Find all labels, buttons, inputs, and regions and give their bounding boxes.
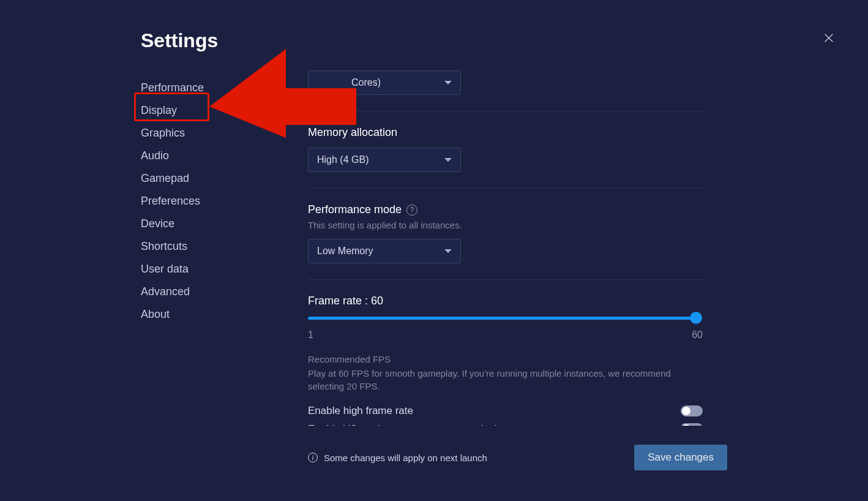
sidebar-item-advanced[interactable]: Advanced xyxy=(141,281,251,303)
cpu-allocation-section: CPU allocation Cores) xyxy=(308,70,706,111)
slider-thumb[interactable] xyxy=(690,312,702,324)
help-icon[interactable]: ? xyxy=(406,205,417,216)
slider-track xyxy=(308,317,700,320)
enable-vsync-toggle[interactable] xyxy=(681,423,703,426)
sidebar-item-device[interactable]: Device xyxy=(141,213,251,235)
sidebar-item-performance[interactable]: Performance xyxy=(141,77,251,99)
frame-rate-section: Frame rate : 60 1 60 Recommended FPS Pla… xyxy=(308,295,706,426)
sidebar-item-graphics[interactable]: Graphics xyxy=(141,122,251,145)
frame-rate-value: 60 xyxy=(371,295,383,307)
performance-mode-label-text: Performance mode xyxy=(308,203,402,216)
performance-mode-section: Performance mode ? This setting is appli… xyxy=(308,203,706,280)
enable-high-frame-rate-toggle[interactable] xyxy=(681,405,703,416)
performance-mode-sublabel: This setting is applied to all instances… xyxy=(308,220,706,230)
sidebar-item-gamepad[interactable]: Gamepad xyxy=(141,167,251,190)
performance-mode-value: Low Memory xyxy=(317,246,373,257)
sidebar-item-about[interactable]: About xyxy=(141,303,251,326)
memory-allocation-section: Memory allocation High (4 GB) xyxy=(308,126,706,189)
sidebar-item-display[interactable]: Display xyxy=(141,99,251,122)
enable-high-frame-rate-label: Enable high frame rate xyxy=(308,405,413,417)
slider-min-label: 1 xyxy=(308,330,313,341)
footer-note: Some changes will apply on next launch xyxy=(324,453,487,463)
performance-mode-dropdown[interactable]: Low Memory xyxy=(308,239,461,263)
frame-rate-label-prefix: Frame rate : xyxy=(308,295,371,307)
settings-footer: i Some changes will apply on next launch… xyxy=(308,445,727,470)
sidebar-item-audio[interactable]: Audio xyxy=(141,145,251,167)
memory-allocation-value: High (4 GB) xyxy=(317,154,369,165)
close-icon xyxy=(823,32,834,43)
recommended-fps-title: Recommended FPS xyxy=(308,354,706,364)
slider-range-labels: 1 60 xyxy=(308,330,703,341)
performance-mode-label: Performance mode ? xyxy=(308,203,706,216)
enable-vsync-row: Enable VSync (to prevent screen tearing) xyxy=(308,423,703,426)
frame-rate-slider[interactable] xyxy=(308,314,700,323)
enable-vsync-label: Enable VSync (to prevent screen tearing) xyxy=(308,423,498,426)
settings-sidebar: Performance Display Graphics Audio Gamep… xyxy=(141,77,251,326)
chevron-down-icon xyxy=(444,158,452,162)
recommended-fps-body: Play at 60 FPS for smooth gameplay. If y… xyxy=(308,367,687,393)
info-icon: i xyxy=(308,453,318,462)
save-changes-button[interactable]: Save changes xyxy=(634,445,727,470)
close-button[interactable] xyxy=(820,29,837,47)
sidebar-item-shortcuts[interactable]: Shortcuts xyxy=(141,235,251,258)
frame-rate-label: Frame rate : 60 xyxy=(308,295,706,307)
chevron-down-icon xyxy=(444,81,452,85)
chevron-down-icon xyxy=(444,249,452,253)
cpu-allocation-dropdown[interactable]: Cores) xyxy=(308,70,461,95)
sidebar-item-user-data[interactable]: User data xyxy=(141,258,251,281)
settings-content: CPU allocation Cores) Memory allocation … xyxy=(308,70,706,426)
page-title: Settings xyxy=(141,29,218,52)
slider-max-label: 60 xyxy=(692,330,703,341)
memory-allocation-label: Memory allocation xyxy=(308,126,706,139)
cpu-allocation-value: Cores) xyxy=(351,77,381,88)
sidebar-item-preferences[interactable]: Preferences xyxy=(141,190,251,213)
memory-allocation-dropdown[interactable]: High (4 GB) xyxy=(308,148,461,172)
enable-high-frame-rate-row: Enable high frame rate xyxy=(308,405,703,417)
